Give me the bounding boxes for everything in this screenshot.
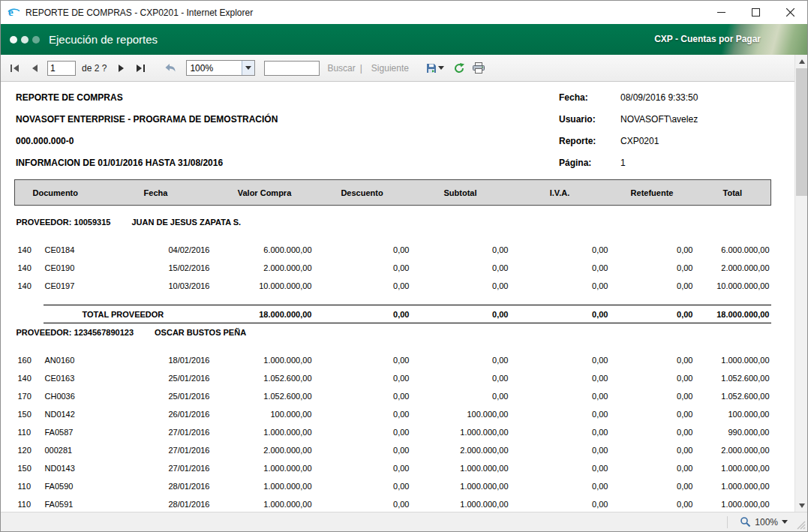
report-header: REPORTE DE COMPRAS Fecha: 08/09/2016 9:3… xyxy=(1,82,796,176)
chevron-down-icon xyxy=(245,66,251,70)
table-cell: AN0160 xyxy=(44,351,96,369)
table-cell: 28/01/2016 xyxy=(96,495,216,513)
table-cell: 140 xyxy=(15,259,44,277)
meta-label-pagina: Página: xyxy=(559,158,591,168)
resize-grip[interactable] xyxy=(794,512,807,531)
table-cell: 15/02/2016 xyxy=(96,259,216,277)
table-cell: FA0587 xyxy=(44,423,96,441)
table-cell: 27/01/2016 xyxy=(96,423,216,441)
table-cell: 120 xyxy=(15,441,44,459)
banner-dot-icon xyxy=(32,36,40,44)
table-cell: 10/03/2016 xyxy=(96,277,216,295)
table-header-row: Documento Fecha Valor Compra Descuento S… xyxy=(15,180,771,206)
table-cell: 0,00 xyxy=(411,351,510,369)
table-cell: 04/02/2016 xyxy=(96,241,216,259)
table-cell: CE0197 xyxy=(44,277,96,295)
scrollbar-thumb[interactable] xyxy=(796,68,807,196)
minimize-button[interactable] xyxy=(704,1,738,24)
print-button[interactable] xyxy=(470,60,487,77)
internet-explorer-icon: e xyxy=(8,6,20,19)
vertical-scrollbar[interactable] xyxy=(794,55,807,512)
status-separator xyxy=(727,516,728,528)
meta-value-pagina: 1 xyxy=(620,158,626,168)
table-cell: 0,00 xyxy=(411,259,510,277)
find-next-link[interactable]: Siguiente xyxy=(371,63,409,74)
provider-id-label: PROVEEDOR: 10059315 xyxy=(17,218,111,227)
table-cell: 0,00 xyxy=(610,423,695,441)
meta-label-reporte: Reporte: xyxy=(559,136,596,146)
table-cell: FA0590 xyxy=(44,477,96,495)
table-cell: 0,00 xyxy=(411,241,510,259)
total-cell: 0,00 xyxy=(610,305,695,323)
svg-text:e: e xyxy=(8,6,14,18)
status-bar: 100% xyxy=(1,512,807,531)
total-cell: 18.000.000,00 xyxy=(695,305,771,323)
table-cell: CE0184 xyxy=(44,241,96,259)
module-label: CXP - Cuentas por Pagar xyxy=(654,34,761,44)
table-cell: 0,00 xyxy=(314,387,411,405)
zoom-select[interactable]: 100% xyxy=(186,60,255,76)
banner-dot-icon xyxy=(10,36,17,44)
chevron-down-icon xyxy=(782,520,788,524)
table-cell: 0,00 xyxy=(610,441,695,459)
search-input[interactable] xyxy=(264,61,320,76)
find-link[interactable]: Buscar xyxy=(327,63,355,74)
previous-page-button[interactable] xyxy=(26,60,43,77)
scroll-up-button[interactable] xyxy=(795,55,808,68)
app-banner: Ejecución de reportes CXP - Cuentas por … xyxy=(1,24,807,55)
page-number-input[interactable] xyxy=(47,61,76,76)
table-cell: 140 xyxy=(15,277,44,295)
scroll-down-button[interactable] xyxy=(795,499,808,512)
table-cell: 10.000.000,00 xyxy=(216,277,314,295)
table-cell: 0,00 xyxy=(610,259,695,277)
refresh-icon xyxy=(453,62,465,74)
next-page-icon xyxy=(116,64,125,73)
report-table-body: PROVEEDOR: 10059315JUAN DE JESUS ZAPATA … xyxy=(15,206,771,513)
provider-header: PROVEEDOR: 1234567890123OSCAR BUSTOS PEÑ… xyxy=(15,323,771,341)
title-bar[interactable]: e REPORTE DE COMPRAS - CXP0201 - Interne… xyxy=(1,1,807,24)
total-cell: 0,00 xyxy=(411,305,510,323)
close-button[interactable] xyxy=(773,1,807,24)
table-cell: 1.000.000,00 xyxy=(695,459,771,477)
table-cell: 1.000.000,00 xyxy=(695,351,771,369)
last-page-button[interactable] xyxy=(132,60,149,77)
table-cell: 2.000.000,00 xyxy=(411,441,510,459)
export-button[interactable] xyxy=(422,60,448,77)
next-page-button[interactable] xyxy=(113,60,129,77)
refresh-button[interactable] xyxy=(451,60,467,77)
maximize-button[interactable] xyxy=(738,1,773,24)
export-save-icon xyxy=(425,62,437,74)
table-cell: 0,00 xyxy=(314,459,411,477)
banner-dots-decoration xyxy=(10,36,40,44)
first-page-button[interactable] xyxy=(7,60,23,77)
column-header-total: Total xyxy=(695,180,771,206)
status-zoom-control[interactable]: 100% xyxy=(734,512,794,531)
table-cell: 0,00 xyxy=(610,277,695,295)
table-cell: 2.000.000,00 xyxy=(216,441,314,459)
company-line: NOVASOFT ENTERPRISE - PROGRAMA DE DEMOST… xyxy=(16,114,278,125)
banner-title: Ejecución de reportes xyxy=(49,33,158,46)
back-to-parent-report-button[interactable] xyxy=(162,60,179,77)
table-cell: 10.000.000,00 xyxy=(695,277,771,295)
maximize-icon xyxy=(752,8,760,17)
table-cell: 0,00 xyxy=(610,387,695,405)
table-cell: 0,00 xyxy=(510,277,610,295)
total-row: TOTAL PROVEEDOR18.000.000,000,000,000,00… xyxy=(15,305,771,323)
table-cell: 0,00 xyxy=(510,441,610,459)
provider-id-label: PROVEEDOR: 1234567890123 xyxy=(17,328,134,337)
table-cell: 000281 xyxy=(44,441,96,459)
table-cell: 0,00 xyxy=(314,241,411,259)
table-cell: 1.000.000,00 xyxy=(216,423,314,441)
table-cell: 0,00 xyxy=(314,423,411,441)
zoom-select-dropdown-button[interactable] xyxy=(242,61,254,75)
meta-label-fecha: Fecha: xyxy=(559,92,588,103)
table-cell: 1.000.000,00 xyxy=(216,351,314,369)
table-row: 140CE019710/03/201610.000.000,000,000,00… xyxy=(15,277,771,295)
meta-label-usuario: Usuario: xyxy=(559,114,596,125)
page-count-label: de 2 ? xyxy=(82,63,107,74)
first-page-icon xyxy=(10,64,20,73)
table-cell: 0,00 xyxy=(411,387,510,405)
table-cell: 2.000.000,00 xyxy=(695,259,771,277)
table-cell: 2.000.000,00 xyxy=(216,259,314,277)
table-cell: 0,00 xyxy=(510,423,610,441)
